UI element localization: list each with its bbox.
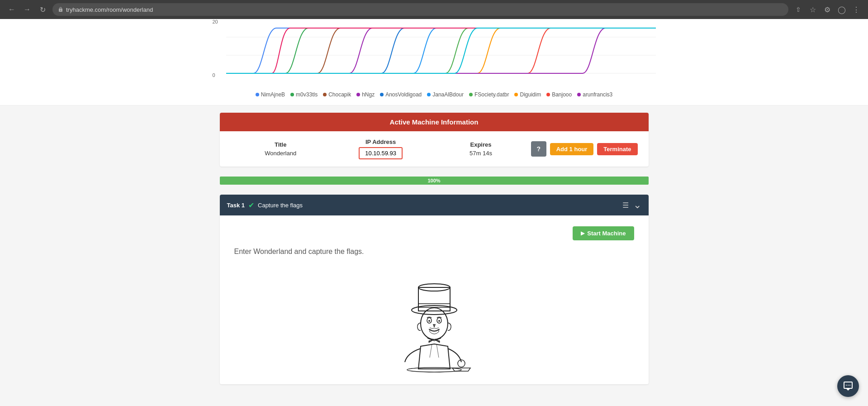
terminate-button[interactable]: Terminate [597,143,637,155]
ip-value-box[interactable]: 10.10.59.93 [359,147,403,159]
legend-label: JanaAlBdour [432,91,464,98]
legend-item-m0v33tls: m0v33tls [290,91,318,98]
extensions-button[interactable]: ⚙ [821,3,834,16]
add-hour-button[interactable]: Add 1 hour [550,143,594,155]
active-machine-body: Title Wonderland IP Address 10.10.59.93 … [220,131,649,167]
legend-item-diguidim: Diguidim [514,91,541,98]
legend-item-nimajneb: NimAjneB [256,91,285,98]
y-label-20: 20 [213,19,218,24]
ip-label: IP Address [331,139,431,145]
legend-label: arunfrancis3 [583,91,612,98]
legend-dot [427,93,431,96]
svg-point-10 [428,320,430,322]
chat-icon [843,381,854,392]
svg-point-16 [849,385,850,386]
reload-button[interactable]: ↻ [36,3,49,16]
task-content: ▶ Start Machine Enter Wonderland and cap… [234,226,634,263]
progress-bar-outer: 100% [220,177,649,185]
share-button[interactable]: ⇧ [792,3,805,16]
legend-dot [256,93,259,96]
legend-dot [577,93,581,96]
legend-label: NimAjneB [261,91,285,98]
legend-item-hngz: hNgz [356,91,375,98]
page-background: 20 0 [0,19,868,406]
browser-chrome: ← → ↻ tryhackme.com/room/wonderland ⇧ ☆ … [0,0,868,19]
progress-label: 100% [427,178,440,183]
y-label-0: 0 [213,72,218,78]
active-machine-card: Active Machine Information Title Wonderl… [220,113,649,167]
task-actions: ▶ Start Machine [234,226,634,240]
legend-dot [514,93,518,96]
svg-point-11 [438,320,440,322]
active-machine-header: Active Machine Information [220,113,649,131]
expires-label: Expires [431,141,531,148]
bookmark-button[interactable]: ☆ [806,3,819,16]
task-check-icon: ✔ [248,201,254,210]
machine-title-field: Title Wonderland [231,141,331,157]
active-machine-title: Active Machine Information [390,118,479,126]
legend-dot [546,93,550,96]
legend-dot [469,93,473,96]
forward-button[interactable]: → [21,3,33,16]
address-bar[interactable]: tryhackme.com/room/wonderland [52,3,788,16]
profile-button[interactable]: ◯ [835,3,848,16]
title-label: Title [231,141,331,148]
task-body: ▶ Start Machine Enter Wonderland and cap… [220,215,649,274]
legend-label: FSociety.datbr [474,91,509,98]
legend-label: Diguidim [520,91,541,98]
progress-bar-inner: 100% [220,177,649,185]
content-sections: Active Machine Information Title Wonderl… [213,113,656,384]
task-title: Capture the flags [258,202,303,209]
chart-legend: NimAjneB m0v33tls Chocapik hNgz AnosVold… [213,91,656,98]
expires-value: 57m 14s [431,150,531,157]
chart-section: 20 0 [0,19,868,105]
task-image-area [220,274,649,384]
legend-label: AnosVoldigoad [385,91,422,98]
legend-label: Banjooo [552,91,572,98]
start-machine-button[interactable]: ▶ Start Machine [573,226,634,240]
machine-actions: ? Add 1 hour Terminate [531,141,638,157]
url-text: tryhackme.com/room/wonderland [66,6,153,13]
start-button-label: Start Machine [587,230,626,237]
task-chevron-icon[interactable]: ⌄ [633,200,641,210]
legend-item-arunfrancis3: arunfrancis3 [577,91,612,98]
legend-label: m0v33tls [296,91,318,98]
legend-item-banjooo: Banjooo [546,91,572,98]
task-header-left: Task 1 ✔ Capture the flags [227,201,303,210]
chart-y-labels: 20 0 [213,19,218,87]
back-button[interactable]: ← [5,3,18,16]
machine-expires-field: Expires 57m 14s [431,141,531,157]
play-icon: ▶ [581,230,584,236]
chart-svg [226,19,656,78]
legend-label: Chocapik [328,91,351,98]
ip-value: 10.10.59.93 [365,150,396,157]
legend-dot [380,93,384,96]
chat-fab[interactable] [837,375,859,397]
task-list-icon[interactable]: ☰ [622,201,629,210]
legend-item-anosvoldigoad: AnosVoldigoad [380,91,422,98]
task-number: Task 1 [227,202,245,209]
browser-actions: ⇧ ☆ ⚙ ◯ ⋮ [792,3,863,16]
svg-point-7 [421,308,448,339]
task-header-right: ☰ ⌄ [622,200,641,210]
chart-area: 20 0 [213,19,656,87]
task-header: Task 1 ✔ Capture the flags ☰ ⌄ [220,195,649,215]
task-description: Enter Wonderland and capture the flags. [234,248,634,256]
task-card: Task 1 ✔ Capture the flags ☰ ⌄ ▶ Start M… [220,195,649,384]
legend-label: hNgz [362,91,375,98]
progress-bar-wrapper: 100% [220,177,649,185]
more-button[interactable]: ⋮ [850,3,863,16]
svg-point-15 [848,385,849,386]
machine-ip-field: IP Address 10.10.59.93 [331,139,431,159]
legend-dot [290,93,294,96]
nav-buttons: ← → ↻ [5,3,49,16]
legend-item-fsociety: FSociety.datbr [469,91,509,98]
title-value: Wonderland [231,150,331,157]
mad-hatter-illustration [389,274,479,373]
svg-point-14 [846,385,847,386]
help-button[interactable]: ? [531,141,546,157]
lock-icon [58,7,63,12]
legend-dot [356,93,360,96]
legend-dot [323,93,327,96]
legend-item-janaalbdour: JanaAlBdour [427,91,464,98]
